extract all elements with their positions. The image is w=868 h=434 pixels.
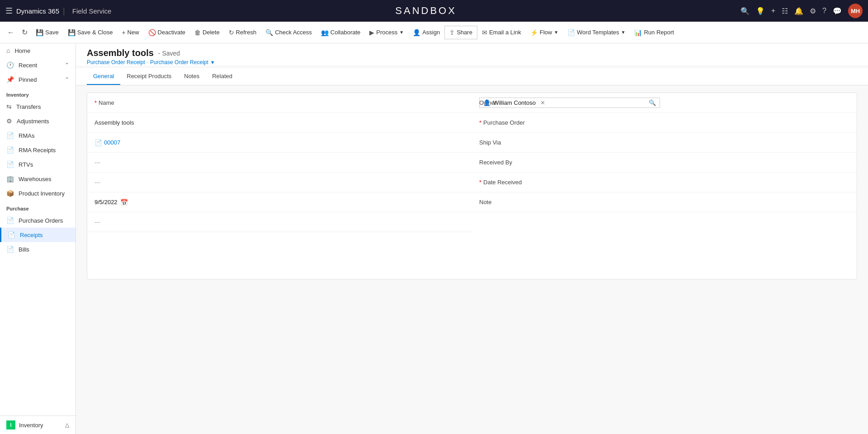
delete-button[interactable]: 🗑 Delete <box>190 26 224 39</box>
receipts-icon: 📄 <box>8 231 15 238</box>
back-button[interactable]: ← <box>4 25 18 40</box>
new-icon: + <box>122 29 125 36</box>
nav-buttons: ← ↻ <box>4 24 31 40</box>
new-button[interactable]: + New <box>117 26 143 39</box>
pin-icon: 📌 <box>6 76 14 83</box>
sidebar-item-pinned[interactable]: 📌 Pinned ⌃ <box>0 72 75 87</box>
user-avatar[interactable]: MH <box>848 4 863 18</box>
received-by-value: --- <box>94 179 100 186</box>
owner-person-icon: 👤 <box>483 99 491 106</box>
save-button[interactable]: 💾 Save <box>31 26 63 39</box>
purchase-order-value-cell: 📄 00007 <box>87 133 472 153</box>
purchase-order-label: * Purchase Order <box>472 113 857 133</box>
sidebar-item-home[interactable]: ⌂ Home <box>0 43 75 58</box>
share-icon: ⇧ <box>449 29 455 36</box>
command-bar: ← ↻ 💾 Save 💾 Save & Close + New 🚫 Deacti… <box>0 22 868 43</box>
sidebar-item-recent[interactable]: 🕐 Recent ⌃ <box>0 58 75 72</box>
sidebar-item-rma-receipts[interactable]: 📄 RMA Receipts <box>0 143 75 157</box>
owner-search-icon[interactable]: 🔍 <box>649 99 656 106</box>
calendar-icon[interactable]: 📅 <box>120 199 128 206</box>
check-access-button[interactable]: 🔍 Check Access <box>261 26 316 39</box>
sidebar-item-bills[interactable]: 📄 Bills <box>0 242 75 257</box>
received-by-label: Received By <box>472 153 857 173</box>
sidebar-item-transfers[interactable]: ⇆ Transfers <box>0 99 75 114</box>
refresh-button[interactable]: ↻ Refresh <box>224 26 261 39</box>
breadcrumb-part2[interactable]: Purchase Order Receipt <box>150 59 208 65</box>
sidebar-item-purchase-orders[interactable]: 📄 Purchase Orders <box>0 213 75 228</box>
tab-general[interactable]: General <box>87 68 120 85</box>
breadcrumb-part1[interactable]: Purchase Order Receipt <box>87 59 145 65</box>
note-value[interactable]: --- <box>94 219 100 225</box>
sidebar: ⌂ Home 🕐 Recent ⌃ 📌 Pinned ⌃ Inventory ⇆… <box>0 43 76 434</box>
word-templates-icon: 📄 <box>567 29 575 36</box>
delete-icon: 🗑 <box>194 29 201 36</box>
purchase-order-link[interactable]: 📄 00007 <box>94 139 120 146</box>
tab-related[interactable]: Related <box>206 68 239 85</box>
owner-field[interactable]: 👤 William Contoso ✕ 🔍 <box>479 98 660 108</box>
main-layout: ⌂ Home 🕐 Recent ⌃ 📌 Pinned ⌃ Inventory ⇆… <box>0 43 868 434</box>
pinned-expand-icon: ⌃ <box>65 76 69 83</box>
collaborate-button[interactable]: 👥 Collaborate <box>316 26 365 39</box>
tab-receipt-products[interactable]: Receipt Products <box>120 68 178 85</box>
word-templates-button[interactable]: 📄 Word Templates ▼ <box>563 26 630 39</box>
process-button[interactable]: ▶ Process ▼ <box>365 26 408 39</box>
ship-via-label: Ship Via <box>472 133 857 153</box>
tab-notes[interactable]: Notes <box>178 68 206 85</box>
purchase-orders-icon: 📄 <box>6 217 14 224</box>
sidebar-item-receipts[interactable]: 📄 Receipts <box>0 228 75 242</box>
deactivate-icon: 🚫 <box>148 29 156 36</box>
rmas-icon: 📄 <box>6 132 14 139</box>
deactivate-button[interactable]: 🚫 Deactivate <box>144 26 190 39</box>
warehouses-icon: 🏢 <box>6 175 14 182</box>
form-tabs: General Receipt Products Notes Related <box>76 68 868 85</box>
sidebar-item-adjustments[interactable]: ⚙ Adjustments <box>0 114 75 128</box>
sidebar-item-warehouses[interactable]: 🏢 Warehouses <box>0 172 75 186</box>
forward-button[interactable]: ↻ <box>18 24 31 40</box>
breadcrumb-dropdown-icon[interactable]: ▼ <box>210 60 215 65</box>
date-received-value[interactable]: 9/5/2022 <box>94 199 118 205</box>
rtvs-icon: 📄 <box>6 161 14 168</box>
sandbox-label: SANDBOX <box>115 5 736 17</box>
check-access-icon: 🔍 <box>265 29 273 36</box>
date-received-value-cell: 9/5/2022 📅 <box>87 192 472 212</box>
app-name-label: Field Service <box>72 7 112 15</box>
process-icon: ▶ <box>369 29 374 36</box>
hamburger-icon[interactable]: ☰ <box>5 6 13 16</box>
owner-clear-button[interactable]: ✕ <box>540 99 545 106</box>
sidebar-bottom-inventory[interactable]: I Inventory △ <box>0 415 75 434</box>
bell-icon[interactable]: 🔔 <box>794 7 803 15</box>
lightbulb-icon[interactable]: 💡 <box>756 7 765 15</box>
collaborate-icon: 👥 <box>321 29 329 36</box>
sidebar-item-rtvs[interactable]: 📄 RTVs <box>0 157 75 172</box>
chat-icon[interactable]: 💬 <box>833 7 842 15</box>
save-close-button[interactable]: 💾 Save & Close <box>63 26 118 39</box>
plus-icon[interactable]: + <box>771 7 775 15</box>
inventory-section-header: Inventory <box>0 87 75 99</box>
search-icon[interactable]: 🔍 <box>741 7 750 15</box>
flow-icon: ⚡ <box>530 29 538 36</box>
top-bar-icons: 🔍 💡 + ☷ 🔔 ⚙ ? 💬 MH <box>741 4 863 18</box>
owner-value-cell[interactable]: 👤 William Contoso ✕ 🔍 <box>472 93 857 113</box>
run-report-button[interactable]: 📊 Run Report <box>630 26 678 39</box>
bills-icon: 📄 <box>6 246 14 253</box>
filter-icon[interactable]: ☷ <box>782 7 788 15</box>
email-link-button[interactable]: ✉ Email a Link <box>477 26 526 39</box>
gear-icon[interactable]: ⚙ <box>810 7 816 15</box>
flow-button[interactable]: ⚡ Flow ▼ <box>526 26 563 39</box>
top-bar: ☰ Dynamics 365 | Field Service SANDBOX 🔍… <box>0 0 868 22</box>
assign-icon: 👤 <box>413 29 420 36</box>
rma-receipts-icon: 📄 <box>6 146 14 154</box>
name-value[interactable]: Assembly tools <box>94 119 134 126</box>
sidebar-item-product-inventory[interactable]: 📦 Product Inventory <box>0 186 75 201</box>
share-button[interactable]: ⇧ Share <box>444 26 477 39</box>
purchase-order-link-icon: 📄 <box>94 139 102 146</box>
ship-via-value-cell: --- <box>87 153 472 173</box>
assign-button[interactable]: 👤 Assign <box>408 26 444 39</box>
content-area: Assembly tools - Saved Purchase Order Re… <box>76 43 868 434</box>
note-label: Note <box>472 192 857 212</box>
sidebar-item-rmas[interactable]: 📄 RMAs <box>0 128 75 143</box>
home-icon: ⌂ <box>6 47 10 54</box>
help-icon[interactable]: ? <box>822 7 826 15</box>
run-report-icon: 📊 <box>634 29 642 36</box>
refresh-icon: ↻ <box>229 29 234 36</box>
